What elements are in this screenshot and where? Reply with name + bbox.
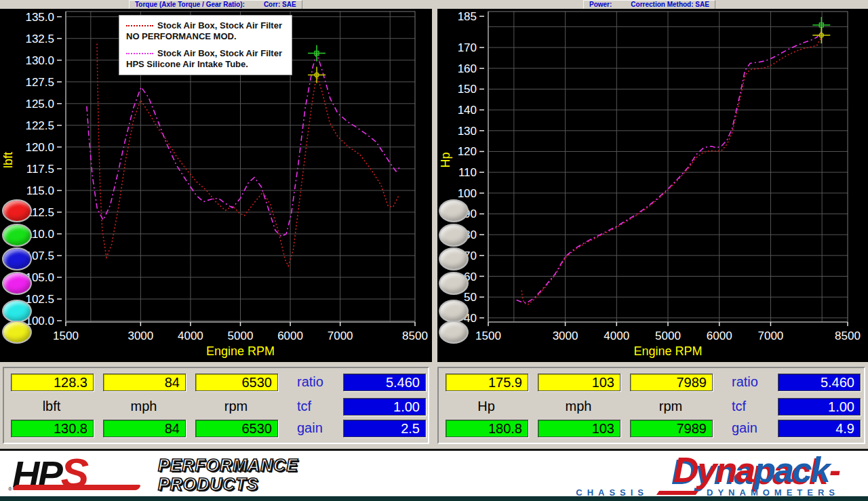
svg-text:170: 170	[458, 41, 477, 54]
gray-channel-button[interactable]	[439, 224, 469, 247]
svg-text:130: 130	[458, 125, 477, 138]
power-header: Power: Correction Method: SAE	[583, 0, 715, 9]
power-unit-label: Hp	[446, 398, 527, 414]
legend-stock-line2: NO PERFORMANCE MOD.	[126, 31, 285, 41]
svg-text:3000: 3000	[553, 329, 578, 342]
registered-mark: ®	[8, 486, 12, 492]
ratio-field[interactable]: 5.460	[778, 374, 861, 391]
header-strip: Torque (Axle Torque / Gear Ratio): Corr:…	[0, 0, 868, 9]
cyan-channel-button[interactable]	[2, 300, 32, 323]
tcf-label: tcf	[292, 398, 344, 414]
svg-text:Hp: Hp	[439, 152, 452, 167]
power-peak-value: 180.8	[446, 420, 528, 437]
svg-text:117.5: 117.5	[26, 163, 54, 176]
torque-cursor-speed: 84	[103, 374, 186, 391]
legend-stock-line1: Stock Air Box, Stock Air Filter	[157, 20, 282, 31]
blue-channel-button[interactable]	[2, 247, 32, 270]
svg-text:7000: 7000	[328, 329, 353, 342]
dynapack-logo: Dynapack- CHASSIS DYNAMOMETERS	[576, 452, 840, 498]
svg-text:135.0: 135.0	[25, 11, 54, 24]
svg-text:8500: 8500	[835, 329, 861, 342]
ratio-label: ratio	[726, 374, 779, 390]
logo-band: HPS ® PERFORMANCE PRODUCTS Dynapack- CHA…	[0, 449, 868, 501]
torque-readout-panel: 128.3 84 6530 lbft mph rpm 130.8 84 6530…	[3, 367, 429, 444]
power-peak-speed: 103	[538, 420, 620, 437]
svg-text:Engine RPM: Engine RPM	[206, 344, 275, 358]
magenta-channel-button[interactable]	[2, 272, 32, 295]
bottom-dark-band	[0, 496, 868, 501]
power-chart[interactable]: 1851701601501401301201101009080706050401…	[437, 9, 868, 362]
svg-text:50: 50	[464, 291, 477, 304]
power-cursor-speed: 103	[538, 374, 620, 391]
torque-peak-rpm: 6530	[195, 420, 278, 437]
gain-field[interactable]: 2.5	[343, 420, 426, 437]
power-header-title: Power:	[589, 1, 612, 9]
svg-text:125.0: 125.0	[25, 98, 54, 111]
svg-text:120.0: 120.0	[25, 141, 54, 154]
svg-text:8500: 8500	[402, 329, 428, 342]
tcf-field[interactable]: 1.00	[343, 398, 426, 416]
readout-strip: 128.3 84 6530 lbft mph rpm 130.8 84 6530…	[0, 362, 868, 449]
torque-header-correction: Corr: SAE	[264, 1, 296, 9]
gray-channel-button[interactable]	[439, 199, 469, 222]
svg-text:lbft: lbft	[1, 152, 15, 168]
hps-swoosh-icon	[12, 485, 142, 490]
gray-channel-button[interactable]	[439, 300, 469, 323]
svg-text:185: 185	[458, 10, 477, 23]
legend-hps-line2: HPS Silicone Air Intake Tube.	[126, 59, 285, 69]
svg-text:5000: 5000	[228, 329, 254, 342]
torque-cursor-value: 128.3	[11, 374, 94, 391]
gray-channel-button[interactable]	[439, 247, 469, 270]
hps-logo: HPS ® PERFORMANCE PRODUCTS	[12, 454, 87, 496]
svg-text:1500: 1500	[53, 329, 79, 342]
power-header-correction: Correction Method: SAE	[631, 1, 709, 9]
tcf-label: tcf	[726, 398, 779, 414]
power-readout-panel: 175.9 103 7989 Hp mph rpm 180.8 103 7989…	[437, 367, 865, 444]
torque-unit-label: lbft	[11, 398, 92, 414]
legend-row-hps: Stock Air Box, Stock Air Filter	[126, 48, 285, 58]
svg-text:Engine RPM: Engine RPM	[633, 344, 702, 358]
svg-text:122.5: 122.5	[25, 119, 54, 132]
svg-text:102.5: 102.5	[25, 293, 54, 306]
stock-curve-swatch-icon	[126, 25, 153, 26]
torque-peak-value: 130.8	[11, 420, 94, 437]
torque-chart-panel: 135.0132.5130.0127.5125.0122.5120.0117.5…	[0, 9, 432, 362]
torque-header: Torque (Axle Torque / Gear Ratio): Corr:…	[129, 0, 302, 9]
svg-text:110: 110	[458, 166, 477, 179]
svg-text:100: 100	[458, 187, 477, 200]
svg-text:3000: 3000	[127, 329, 153, 342]
dynapack-wordmark: Dynapack-	[576, 452, 840, 487]
yellow-channel-button[interactable]	[2, 321, 32, 344]
torque-cursor-rpm: 6530	[195, 374, 278, 391]
svg-text:4000: 4000	[604, 329, 629, 342]
svg-text:6000: 6000	[277, 329, 303, 342]
svg-text:160: 160	[458, 62, 477, 75]
svg-text:140: 140	[458, 104, 477, 117]
ratio-label: ratio	[292, 374, 344, 390]
dynapack-swoosh-icon	[656, 491, 698, 495]
power-chart-panel: 1851701601501401301201101009080706050401…	[437, 9, 868, 362]
gain-label: gain	[292, 420, 344, 436]
tcf-field[interactable]: 1.00	[778, 398, 861, 416]
speed-unit-label: mph	[538, 398, 619, 414]
legend-hps-line1: Stock Air Box, Stock Air Filter	[157, 48, 282, 58]
speed-unit-label: mph	[103, 398, 184, 414]
torque-peak-speed: 84	[103, 420, 186, 437]
svg-text:4000: 4000	[178, 329, 203, 342]
rpm-unit-label: rpm	[630, 398, 711, 414]
svg-text:6000: 6000	[707, 329, 732, 342]
red-channel-button[interactable]	[2, 199, 32, 222]
gray-channel-button[interactable]	[439, 272, 469, 295]
svg-text:150: 150	[458, 83, 477, 96]
hps-tagline: PERFORMANCE PRODUCTS	[158, 456, 298, 494]
green-channel-button[interactable]	[2, 224, 32, 247]
svg-text:115.0: 115.0	[26, 184, 54, 197]
rpm-unit-label: rpm	[195, 398, 277, 414]
gray-channel-button[interactable]	[439, 321, 469, 344]
gain-field[interactable]: 4.9	[778, 420, 861, 437]
power-cursor-rpm: 7989	[630, 374, 713, 391]
ratio-field[interactable]: 5.460	[343, 374, 426, 391]
gain-label: gain	[726, 420, 779, 436]
svg-text:5000: 5000	[655, 329, 681, 342]
svg-text:7000: 7000	[758, 329, 784, 342]
